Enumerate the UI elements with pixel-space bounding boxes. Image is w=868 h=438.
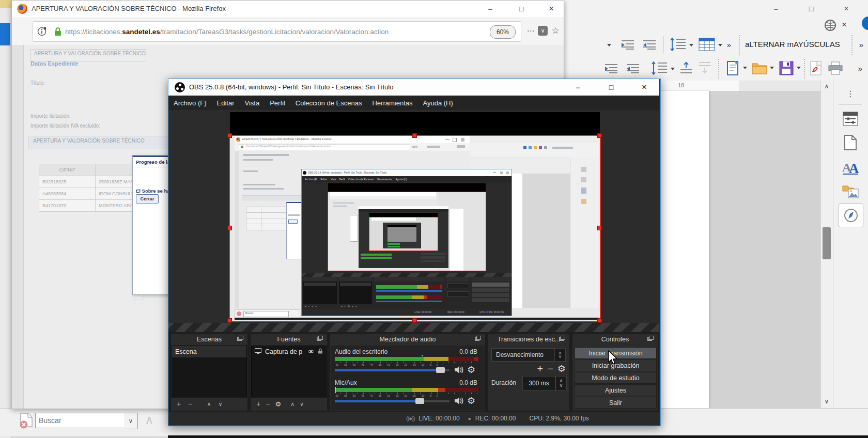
increase-indent-icon[interactable] xyxy=(602,61,620,75)
open-folder-icon[interactable] xyxy=(750,60,769,76)
zoom-level-badge[interactable]: 60% xyxy=(490,25,516,39)
sidebar-styles-icon[interactable]: AA xyxy=(841,157,860,177)
dock-float-icon[interactable] xyxy=(237,336,243,341)
libreoffice-maximize-button[interactable]: □ xyxy=(805,3,817,14)
transition-properties-gear-icon[interactable]: ⚙ xyxy=(557,364,566,373)
remove-source-icon[interactable]: − xyxy=(266,400,270,408)
toolbar-overflow-icon[interactable]: » xyxy=(724,38,734,51)
libreoffice-minimize-button[interactable]: − xyxy=(770,3,782,14)
scenes-dock-header[interactable]: Escenas xyxy=(171,334,247,345)
mixer-dock-header[interactable]: Mezclador de audio xyxy=(330,334,485,345)
sidebar-page-icon[interactable] xyxy=(842,132,859,153)
capture-handle[interactable] xyxy=(227,318,232,323)
toolbar-overflow-icon[interactable]: » xyxy=(857,38,866,51)
toggle-case-button[interactable]: aLTERNAR mAYÚSCULAS xyxy=(745,38,848,51)
new-document-icon[interactable] xyxy=(724,59,742,77)
page-actions-icon[interactable]: ⋯ xyxy=(524,24,537,38)
duration-spinbox[interactable]: 300 ms xyxy=(522,376,555,390)
channel2-mute-speaker-icon[interactable] xyxy=(454,396,464,408)
capture-handle[interactable] xyxy=(412,318,417,323)
obs-minimize-button[interactable]: − xyxy=(570,81,586,93)
add-scene-icon[interactable]: + xyxy=(177,400,181,408)
scroll-down-icon[interactable]: ∨ xyxy=(822,397,831,406)
open-folder-dropdown-icon[interactable] xyxy=(769,65,775,70)
source-properties-gear-icon[interactable]: ⚙ xyxy=(275,401,281,408)
channel1-gear-icon[interactable]: ⚙ xyxy=(467,365,475,374)
sources-dock-header[interactable]: Fuentes xyxy=(251,334,327,345)
print-icon[interactable] xyxy=(827,60,844,76)
spin-down-icon[interactable]: ∨ xyxy=(560,383,563,388)
close-find-bar-icon[interactable] xyxy=(19,412,34,429)
find-input[interactable] xyxy=(35,413,131,428)
obs-preview[interactable]: APERTURA Y VALORACIÓN SOBRE TÉCNICO - Mo… xyxy=(168,110,659,323)
line-spacing-icon[interactable] xyxy=(668,36,688,53)
libreoffice-close-button[interactable]: × xyxy=(840,3,853,14)
site-info-icon[interactable] xyxy=(33,22,51,41)
menu-ayuda[interactable]: Ayuda (H) xyxy=(418,99,458,107)
studio-mode-button[interactable]: Modo de estudio xyxy=(575,372,657,384)
spin-down-icon[interactable]: ∨ xyxy=(559,355,562,358)
dropdown-arrow-icon[interactable] xyxy=(606,42,613,48)
exit-button[interactable]: Salir xyxy=(575,397,657,409)
line-spacing-dropdown-icon[interactable] xyxy=(670,66,676,71)
channel1-volume-slider[interactable] xyxy=(335,369,450,371)
globe-icon[interactable] xyxy=(824,19,837,32)
channel1-slider-handle[interactable] xyxy=(436,367,445,373)
page-tab-label[interactable]: APERTURA Y VALORACIÓN SOBRE TÉCNICO xyxy=(30,49,146,61)
remove-scene-icon[interactable]: − xyxy=(188,400,192,408)
sources-list[interactable]: Captura de p xyxy=(251,346,327,398)
save-icon[interactable] xyxy=(777,59,796,77)
scene-up-icon[interactable]: ∧ xyxy=(207,401,211,408)
dock-float-icon[interactable] xyxy=(475,336,481,341)
source-down-icon[interactable]: ∨ xyxy=(300,401,304,408)
document-scrollbar[interactable]: ∧ ∨ xyxy=(820,81,832,408)
save-dropdown-icon[interactable] xyxy=(796,65,802,70)
url-text[interactable]: https://licitaciones.sandetel.es/tramita… xyxy=(65,28,389,36)
sidebar-gallery-icon[interactable] xyxy=(841,182,860,200)
settings-button[interactable]: Ajustes xyxy=(575,384,657,396)
url-bar[interactable]: https://licitaciones.sandetel.es/tramita… xyxy=(33,21,521,42)
controls-dock-header[interactable]: Controles xyxy=(572,334,658,345)
new-document-dropdown-icon[interactable] xyxy=(742,65,748,70)
increase-row-spacing-icon[interactable] xyxy=(678,60,694,76)
table-icon[interactable] xyxy=(696,36,717,53)
scrollbar-thumb[interactable] xyxy=(823,227,831,259)
firefox-close-button[interactable]: × xyxy=(544,3,559,15)
scene-item[interactable]: Escena xyxy=(172,346,246,357)
add-transition-icon[interactable]: + xyxy=(537,363,543,375)
capture-source[interactable]: APERTURA Y VALORACIÓN SOBRE TÉCNICO - Mo… xyxy=(230,136,600,321)
sidebar-settings-icon[interactable]: ⋮ xyxy=(845,87,856,100)
dock-float-icon[interactable] xyxy=(317,336,323,341)
source-up-icon[interactable]: ∧ xyxy=(290,401,295,408)
scene-down-icon[interactable]: ∨ xyxy=(218,401,222,408)
table-dropdown-icon[interactable] xyxy=(717,42,723,48)
add-source-icon[interactable]: + xyxy=(256,400,260,408)
find-previous-icon[interactable]: ∧ xyxy=(142,412,157,428)
scenes-list[interactable]: Escena xyxy=(172,346,247,398)
lock-source-icon[interactable] xyxy=(318,348,323,355)
capture-handle[interactable] xyxy=(597,226,602,230)
transition-select-spinner[interactable]: ∧∨ xyxy=(554,348,566,362)
toolbar-overflow-icon[interactable]: » xyxy=(856,62,865,74)
notification-close-icon[interactable]: × xyxy=(839,20,849,30)
lock-icon[interactable] xyxy=(51,22,65,41)
scroll-up-icon[interactable]: ∧ xyxy=(822,82,831,91)
source-item[interactable]: Captura de p xyxy=(252,346,326,357)
visibility-eye-icon[interactable] xyxy=(307,348,315,355)
firefox-maximize-button[interactable]: □ xyxy=(514,3,529,15)
menu-perfil[interactable]: Perfil xyxy=(265,99,290,107)
capture-handle[interactable] xyxy=(597,318,602,323)
obs-close-button[interactable]: × xyxy=(637,81,652,93)
transition-select[interactable]: Desvanecimiento xyxy=(491,348,562,362)
obs-maximize-button[interactable]: □ xyxy=(603,81,619,93)
channel2-gear-icon[interactable]: ⚙ xyxy=(467,396,475,405)
pocket-icon[interactable]: ∨ xyxy=(538,26,548,36)
menu-editar[interactable]: Editar xyxy=(212,99,240,107)
channel2-slider-handle[interactable] xyxy=(415,398,424,404)
dock-float-icon[interactable] xyxy=(647,336,654,341)
dialog-close-button[interactable]: Cerrar xyxy=(136,194,159,204)
dock-float-icon[interactable] xyxy=(559,336,565,341)
channel2-volume-slider[interactable] xyxy=(335,400,450,402)
capture-handle[interactable] xyxy=(227,133,232,138)
sidebar-navigator-icon[interactable] xyxy=(839,204,863,227)
